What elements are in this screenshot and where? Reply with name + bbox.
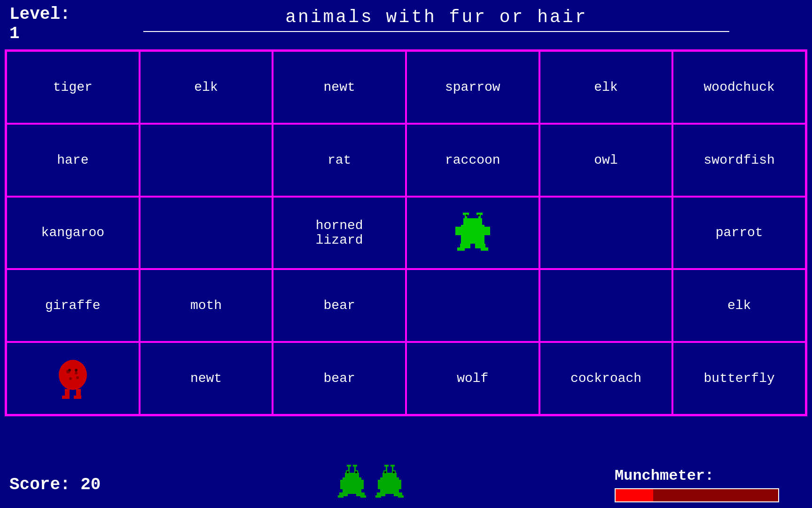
svg-rect-51 <box>384 465 389 467</box>
level-label: Level: <box>9 5 70 24</box>
svg-rect-26 <box>340 480 347 489</box>
svg-rect-40 <box>360 495 366 498</box>
svg-rect-31 <box>347 471 349 473</box>
munchmeter-label: Munchmeter: <box>615 467 714 484</box>
cell-r2-c2[interactable]: horned lizard <box>273 197 406 270</box>
svg-point-20 <box>75 369 78 372</box>
munchmeter-bar-bg <box>615 488 779 502</box>
cell-r2-c1[interactable] <box>140 197 273 270</box>
cell-r0-c0[interactable]: tiger <box>6 51 140 124</box>
svg-point-16 <box>75 372 78 374</box>
red-creature-sprite <box>52 355 94 402</box>
header: Level: 1 animals with fur or hair <box>0 0 812 47</box>
svg-rect-55 <box>375 495 381 498</box>
title-underline <box>143 31 729 32</box>
cell-r3-c3[interactable] <box>406 269 539 342</box>
svg-rect-27 <box>357 480 364 489</box>
frog-sprite <box>452 212 494 254</box>
svg-rect-52 <box>390 465 395 467</box>
cell-r2-c3[interactable] <box>406 197 539 270</box>
cell-r1-c1[interactable] <box>140 124 273 197</box>
svg-rect-24 <box>74 396 81 399</box>
score-label: Score: <box>9 475 70 494</box>
svg-rect-47 <box>384 471 386 473</box>
cell-r2-c4[interactable] <box>539 197 673 270</box>
game-title: animals with fur or hair <box>285 7 587 27</box>
cell-r2-c5[interactable]: parrot <box>672 197 806 270</box>
cell-r1-c2[interactable]: rat <box>273 124 406 197</box>
title-area: animals with fur or hair <box>70 5 803 32</box>
svg-rect-39 <box>338 495 344 498</box>
svg-rect-43 <box>394 480 401 489</box>
cell-r3-c2[interactable]: bear <box>273 269 406 342</box>
svg-rect-48 <box>393 471 395 473</box>
svg-point-18 <box>76 376 79 379</box>
life-frog-2 <box>373 463 406 506</box>
cell-r0-c1[interactable]: elk <box>140 51 273 124</box>
svg-rect-32 <box>355 471 357 473</box>
score-display: Score: 20 <box>9 475 127 494</box>
svg-rect-0 <box>461 225 484 244</box>
svg-rect-35 <box>347 465 351 467</box>
svg-point-17 <box>69 377 72 380</box>
life-frog-1 <box>336 463 368 506</box>
cell-r0-c4[interactable]: elk <box>539 51 673 124</box>
munchmeter-bar <box>616 489 653 501</box>
cell-r0-c3[interactable]: sparrow <box>406 51 539 124</box>
level-value: 1 <box>9 24 20 43</box>
cell-r1-c4[interactable]: owl <box>539 124 673 197</box>
svg-rect-2 <box>483 227 490 235</box>
svg-point-14 <box>59 360 87 390</box>
cell-r0-c5[interactable]: woodchuck <box>672 51 806 124</box>
cell-r3-c1[interactable]: moth <box>140 269 273 342</box>
level-display: Level: 1 <box>9 5 70 43</box>
footer: Score: 20 <box>0 461 812 508</box>
cell-r2-c0[interactable]: kangaroo <box>6 197 140 270</box>
svg-rect-12 <box>457 247 465 251</box>
game-grid: tigerelknewtsparrowelkwoodchuckhareratra… <box>5 49 807 416</box>
score-value: 20 <box>80 475 101 494</box>
cell-r4-c0[interactable] <box>6 342 140 415</box>
svg-rect-56 <box>398 495 404 498</box>
cell-r3-c4[interactable] <box>539 269 673 342</box>
cell-r4-c2[interactable]: bear <box>273 342 406 415</box>
lives-display <box>127 463 615 506</box>
svg-rect-42 <box>378 480 385 489</box>
svg-rect-36 <box>353 465 357 467</box>
svg-rect-1 <box>455 227 462 235</box>
svg-point-19 <box>68 369 71 372</box>
svg-rect-23 <box>62 396 70 399</box>
svg-rect-9 <box>478 214 480 216</box>
svg-rect-13 <box>481 247 488 251</box>
cell-r4-c5[interactable]: butterfly <box>672 342 806 415</box>
cell-r4-c1[interactable]: newt <box>140 342 273 415</box>
cell-r1-c3[interactable]: raccoon <box>406 124 539 197</box>
cell-r4-c3[interactable]: wolf <box>406 342 539 415</box>
cell-r4-c4[interactable]: cockroach <box>539 342 673 415</box>
cell-r1-c5[interactable]: swordfish <box>672 124 806 197</box>
svg-rect-8 <box>466 214 468 216</box>
cell-r3-c5[interactable]: elk <box>672 269 806 342</box>
cell-r3-c0[interactable]: giraffe <box>6 269 140 342</box>
cell-r0-c2[interactable]: newt <box>273 51 406 124</box>
cell-r1-c0[interactable]: hare <box>6 124 140 197</box>
munchmeter-area: Munchmeter: <box>615 467 803 502</box>
